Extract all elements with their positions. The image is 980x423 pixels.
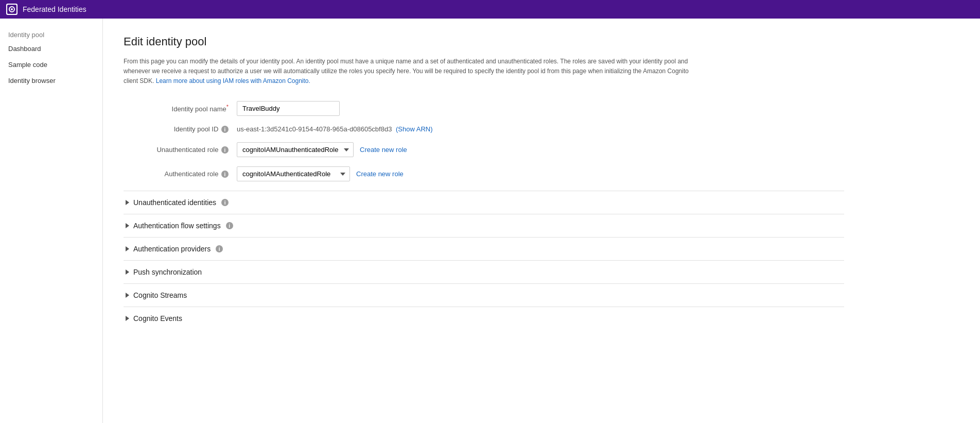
collapsible-sections: Unauthenticated identities i Authenticat… [124, 191, 844, 330]
section-cognito-streams: Cognito Streams [124, 283, 844, 307]
auth-role-controls: cognitoIAMAuthenticatedRole Create new r… [237, 166, 404, 181]
unauth-role-controls: cognitoIAMUnauthenticatedRole Create new… [237, 142, 407, 157]
section-cognito-streams-header[interactable]: Cognito Streams [124, 284, 844, 307]
main-content: Edit identity pool From this page you ca… [103, 19, 980, 423]
auth-role-row: Authenticated role i cognitoIAMAuthentic… [124, 166, 587, 181]
section-info-icon[interactable]: i [226, 222, 233, 229]
section-authentication-providers: Authentication providers i [124, 237, 844, 260]
section-push-synchronization: Push synchronization [124, 260, 844, 283]
section-info-icon[interactable]: i [216, 245, 223, 252]
pool-id-row: Identity pool ID i us-east-1:3d5241c0-91… [124, 125, 587, 133]
section-cognito-events: Cognito Events [124, 307, 844, 330]
auth-role-info-icon[interactable]: i [221, 171, 229, 178]
edit-form: Identity pool name* Identity pool ID i u… [124, 101, 587, 182]
chevron-right-icon [126, 316, 129, 321]
unauth-create-role-link[interactable]: Create new role [360, 146, 407, 154]
chevron-right-icon [126, 200, 129, 205]
sidebar-item-dashboard[interactable]: Dashboard [0, 41, 102, 57]
page-title: Edit identity pool [124, 35, 959, 48]
section-info-icon[interactable]: i [221, 199, 229, 206]
auth-create-role-link[interactable]: Create new role [356, 170, 404, 178]
unauth-role-info-icon[interactable]: i [221, 146, 229, 154]
sidebar-item-sample-code[interactable]: Sample code [0, 57, 102, 73]
chevron-right-icon [126, 293, 129, 298]
pool-id-value: us-east-1:3d5241c0-9154-4078-965a-d08605… [237, 125, 433, 133]
pool-id-info-icon[interactable]: i [221, 126, 229, 133]
pool-name-label: Identity pool name* [124, 104, 237, 113]
topbar: Federated Identities [0, 0, 980, 19]
sidebar: Identity pool Dashboard Sample code Iden… [0, 19, 103, 423]
section-authentication-providers-header[interactable]: Authentication providers i [124, 238, 844, 260]
section-unauthenticated-identities-header[interactable]: Unauthenticated identities i [124, 191, 844, 214]
unauth-role-row: Unauthenticated role i cognitoIAMUnauthe… [124, 142, 587, 157]
pool-name-row: Identity pool name* [124, 101, 587, 116]
section-authentication-flow-header[interactable]: Authentication flow settings i [124, 214, 844, 237]
section-label: Unauthenticated identities [133, 198, 216, 207]
chevron-right-icon [126, 246, 129, 251]
unauth-role-select[interactable]: cognitoIAMUnauthenticatedRole [237, 142, 354, 157]
section-label: Cognito Streams [133, 291, 187, 299]
section-authentication-flow: Authentication flow settings i [124, 214, 844, 237]
chevron-right-icon [126, 223, 129, 228]
page-description: From this page you can modify the detail… [124, 57, 690, 87]
auth-role-label: Authenticated role i [124, 170, 237, 178]
unauth-role-label: Unauthenticated role i [124, 146, 237, 154]
section-label: Authentication flow settings [133, 222, 221, 230]
section-label: Authentication providers [133, 245, 211, 253]
section-label: Push synchronization [133, 268, 202, 276]
app-logo [6, 4, 18, 15]
sidebar-item-identity-browser[interactable]: Identity browser [0, 73, 102, 89]
sidebar-section-label: Identity pool [0, 27, 102, 41]
learn-more-link[interactable]: Learn more about using IAM roles with Am… [156, 77, 310, 84]
auth-role-select[interactable]: cognitoIAMAuthenticatedRole [237, 166, 350, 181]
svg-point-2 [11, 8, 13, 10]
section-unauthenticated-identities: Unauthenticated identities i [124, 191, 844, 214]
show-arn-link[interactable]: (Show ARN) [396, 125, 433, 133]
section-push-synchronization-header[interactable]: Push synchronization [124, 261, 844, 283]
section-label: Cognito Events [133, 314, 182, 323]
pool-id-label: Identity pool ID i [124, 125, 237, 133]
section-cognito-events-header[interactable]: Cognito Events [124, 307, 844, 330]
chevron-right-icon [126, 269, 129, 275]
pool-name-input[interactable] [237, 101, 340, 116]
app-title: Federated Identities [23, 5, 86, 13]
